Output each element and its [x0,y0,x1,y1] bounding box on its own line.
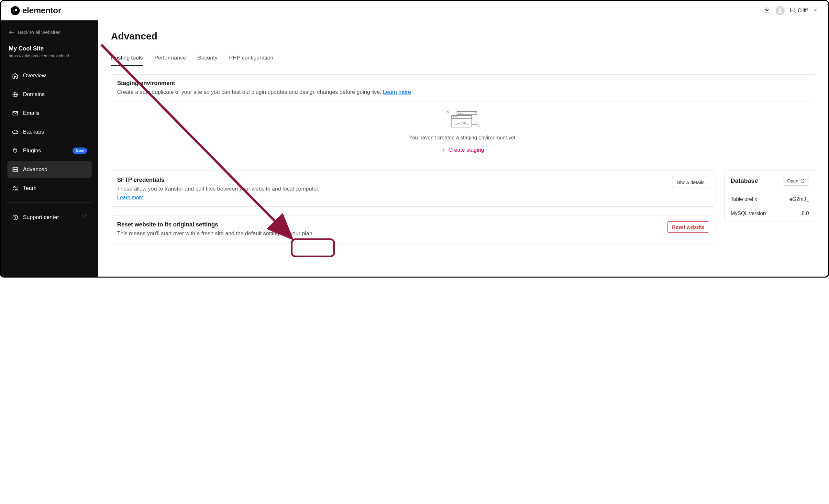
db-row-mysql: MySQL version 8.0 [725,207,815,222]
nav-label: Overview [23,72,46,79]
nav-label: Advanced [23,166,47,173]
external-link-icon [800,179,805,183]
svg-text:.STG: .STG [460,121,466,124]
site-url: https://xnbtspnx.elementor.cloud [7,53,92,58]
brand-text: elementor [22,5,61,15]
tab-security[interactable]: Security [198,51,217,66]
db-label: Table prefix [731,196,757,202]
logo[interactable]: elementor [11,5,61,15]
sftp-card: SFTP credentials These allow you to tran… [111,171,715,207]
nav-label: Team [23,185,37,191]
staging-desc: Create a safe duplicate of your site so … [117,88,809,97]
svg-point-23 [453,116,454,117]
svg-rect-1 [15,9,17,10]
open-database-button[interactable]: Open [783,176,809,186]
reset-card: Reset website to its original settings T… [111,215,715,244]
sidebar-item-plugins[interactable]: Plugins New [7,142,92,159]
staging-card: Staging environment Create a safe duplic… [111,74,815,162]
mail-icon [12,110,19,116]
tab-php-configuration[interactable]: PHP configuration [229,51,274,66]
sidebar-item-support[interactable]: Support center [7,209,92,226]
sidebar: Back to all websites My Cool Site https:… [1,21,98,277]
sidebar-item-backups[interactable]: Backups [7,123,92,140]
divider [7,203,92,203]
svg-point-11 [13,171,14,171]
svg-point-15 [15,218,15,219]
staging-title: Staging environment [117,80,809,87]
cloud-icon [12,129,19,135]
svg-point-24 [455,116,456,117]
svg-rect-2 [15,10,17,11]
svg-point-25 [457,116,457,117]
nav-label: Support center [23,214,59,221]
new-badge: New [72,147,87,154]
page-title: Advanced [111,31,815,42]
show-details-button[interactable]: Show details [672,177,709,188]
nav-label: Plugins [23,147,41,154]
svg-point-4 [779,8,782,11]
top-header: elementor Hi, Cliff! [1,1,828,21]
svg-point-12 [13,186,15,188]
nav-label: Backups [23,129,44,135]
svg-point-18 [459,113,459,113]
stack-icon [12,166,19,173]
reset-title: Reset website to its original settings [117,221,662,228]
sftp-title: SFTP credentials [117,177,667,183]
svg-point-20 [462,113,462,113]
svg-rect-3 [15,12,17,12]
database-title: Database [731,177,758,184]
db-label: MySQL version [731,211,766,216]
db-value: eG2mJ_ [790,196,809,202]
site-name: My Cool Site [7,45,92,52]
sidebar-item-advanced[interactable]: Advanced [7,161,92,178]
create-staging-label: Create staging [448,147,484,153]
sidebar-item-emails[interactable]: Emails [7,105,92,122]
sftp-learn-more-link[interactable]: Learn more [117,195,144,201]
sidebar-item-team[interactable]: Team [7,180,92,197]
sftp-desc: These allow you to transfer and edit fil… [117,185,667,193]
chevron-down-icon[interactable] [813,7,818,14]
elementor-logo-icon [11,6,20,15]
plug-icon [12,147,19,154]
help-icon [12,214,19,221]
db-row-prefix: Table prefix eG2mJ_ [725,191,815,207]
create-staging-button[interactable]: + Create staging [442,147,484,154]
avatar-icon[interactable] [776,6,785,15]
sidebar-item-overview[interactable]: Overview [7,67,92,84]
main-content: Advanced Hosting tools Performance Secur… [98,21,828,277]
sidebar-item-domains[interactable]: Domains [7,86,92,103]
back-label: Back to all websites [18,29,61,35]
greeting-text: Hi, Cliff! [790,8,808,13]
db-value: 8.0 [802,211,809,216]
reset-website-button[interactable]: Reset website [667,221,709,232]
staging-empty-text: You haven't created a staging environmen… [409,135,517,141]
back-to-websites-link[interactable]: Back to all websites [7,28,92,36]
staging-illustration-icon: .STG [445,110,481,129]
home-icon [12,72,19,79]
external-link-icon [82,214,87,221]
plus-icon: + [442,147,446,154]
team-icon [12,185,19,191]
svg-rect-0 [13,9,14,12]
svg-point-10 [13,168,14,169]
nav-label: Emails [23,110,39,116]
svg-point-13 [16,187,17,188]
open-label: Open [787,178,798,183]
reset-desc: This means you'll start over with a fres… [117,229,662,238]
tab-hosting-tools[interactable]: Hosting tools [111,51,143,66]
tab-performance[interactable]: Performance [154,51,186,66]
database-card: Database Open Table prefix eG2mJ_ MySQL … [724,171,815,222]
staging-learn-more-link[interactable]: Learn more [383,89,411,95]
svg-point-19 [460,113,461,113]
globe-icon [12,91,19,98]
tabs: Hosting tools Performance Security PHP c… [111,51,815,66]
download-icon[interactable] [763,6,770,15]
nav-label: Domains [23,91,45,98]
